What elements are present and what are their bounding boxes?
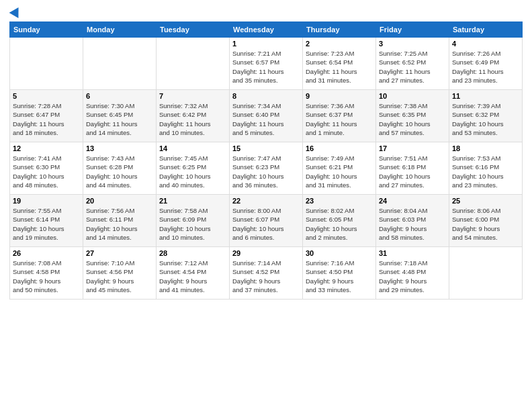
sunrise-label: Sunrise: 7:28 AM: [13, 102, 61, 109]
sunset-label: Sunset: 6:28 PM: [86, 163, 133, 171]
daylight-label: Daylight: 10 hours: [159, 173, 211, 180]
header-row: Sunday Monday Tuesday Wednesday Thursday…: [10, 22, 523, 38]
sunrise-label: Sunrise: 7:45 AM: [159, 154, 208, 162]
day-info: Sunrise: 7:25 AM Sunset: 6:52 PM Dayligh…: [379, 49, 446, 85]
sunset-label: Sunset: 6:47 PM: [13, 111, 60, 118]
sunrise-label: Sunrise: 7:34 AM: [232, 102, 281, 109]
table-row: 15 Sunrise: 7:47 AM Sunset: 6:23 PM Dayl…: [230, 142, 303, 195]
day-info: Sunrise: 7:21 AM Sunset: 6:57 PM Dayligh…: [232, 49, 300, 85]
day-info: Sunrise: 7:12 AM Sunset: 4:54 PM Dayligh…: [159, 259, 226, 294]
sunset-label: Sunset: 6:25 PM: [159, 163, 206, 171]
col-wednesday: Wednesday: [230, 22, 303, 38]
table-row: 24 Sunrise: 8:04 AM Sunset: 6:03 PM Dayl…: [376, 195, 449, 247]
daylight-cont: and 10 minutes.: [159, 129, 205, 136]
table-row: 4 Sunrise: 7:26 AM Sunset: 6:49 PM Dayli…: [449, 38, 523, 90]
table-row: 27 Sunrise: 7:10 AM Sunset: 4:56 PM Dayl…: [83, 247, 157, 300]
day-number: 21: [159, 197, 226, 205]
table-row: 8 Sunrise: 7:34 AM Sunset: 6:40 PM Dayli…: [230, 90, 303, 142]
day-info: Sunrise: 7:56 AM Sunset: 6:11 PM Dayligh…: [86, 206, 153, 242]
day-info: Sunrise: 7:45 AM Sunset: 6:25 PM Dayligh…: [159, 154, 226, 189]
sunset-label: Sunset: 6:18 PM: [379, 163, 426, 171]
day-info: Sunrise: 7:23 AM Sunset: 6:54 PM Dayligh…: [306, 49, 373, 85]
daylight-cont: and 40 minutes.: [159, 181, 205, 189]
daylight-cont: and 18 minutes.: [13, 129, 58, 136]
daylight-label: Daylight: 9 hours: [379, 225, 427, 232]
day-number: 23: [306, 197, 373, 205]
day-info: Sunrise: 7:39 AM Sunset: 6:32 PM Dayligh…: [452, 101, 519, 137]
logo: [9, 7, 23, 16]
daylight-cont: and 19 minutes.: [13, 234, 58, 241]
week-row-1: 5 Sunrise: 7:28 AM Sunset: 6:47 PM Dayli…: [10, 90, 523, 142]
sunset-label: Sunset: 6:42 PM: [159, 111, 206, 118]
day-number: 2: [306, 40, 373, 48]
day-number: 27: [86, 249, 153, 257]
daylight-label: Daylight: 10 hours: [232, 225, 284, 232]
calendar: Sunday Monday Tuesday Wednesday Thursday…: [9, 21, 523, 300]
table-row: 22 Sunrise: 8:00 AM Sunset: 6:07 PM Dayl…: [230, 195, 303, 247]
daylight-cont: and 6 minutes.: [232, 234, 274, 241]
daylight-cont: and 29 minutes.: [379, 286, 425, 293]
sunrise-label: Sunrise: 7:10 AM: [86, 259, 134, 267]
sunset-label: Sunset: 6:37 PM: [306, 111, 353, 118]
sunrise-label: Sunrise: 7:41 AM: [13, 154, 61, 162]
daylight-cont: and 44 minutes.: [86, 181, 132, 189]
table-row: 13 Sunrise: 7:43 AM Sunset: 6:28 PM Dayl…: [83, 142, 157, 195]
table-row: 25 Sunrise: 8:06 AM Sunset: 6:00 PM Dayl…: [449, 195, 523, 247]
sunrise-label: Sunrise: 8:00 AM: [232, 207, 281, 214]
table-row: 28 Sunrise: 7:12 AM Sunset: 4:54 PM Dayl…: [157, 247, 230, 300]
day-number: 20: [86, 197, 153, 205]
day-number: 18: [452, 144, 519, 152]
table-row: 26 Sunrise: 7:08 AM Sunset: 4:58 PM Dayl…: [10, 247, 83, 300]
daylight-label: Daylight: 10 hours: [13, 225, 64, 232]
daylight-label: Daylight: 11 hours: [86, 120, 138, 128]
daylight-cont: and 14 minutes.: [86, 129, 132, 136]
day-info: Sunrise: 8:02 AM Sunset: 6:05 PM Dayligh…: [306, 206, 373, 242]
sunrise-label: Sunrise: 7:16 AM: [306, 259, 354, 267]
sunset-label: Sunset: 6:03 PM: [379, 216, 426, 223]
day-number: 28: [159, 249, 226, 257]
sunset-label: Sunset: 4:56 PM: [86, 268, 133, 275]
day-info: Sunrise: 7:26 AM Sunset: 6:49 PM Dayligh…: [452, 49, 519, 85]
sunset-label: Sunset: 6:14 PM: [13, 216, 60, 223]
sunset-label: Sunset: 6:57 PM: [232, 58, 279, 66]
week-row-4: 26 Sunrise: 7:08 AM Sunset: 4:58 PM Dayl…: [10, 247, 523, 300]
col-sunday: Sunday: [10, 22, 83, 38]
sunset-label: Sunset: 6:16 PM: [452, 163, 499, 171]
day-info: Sunrise: 7:16 AM Sunset: 4:50 PM Dayligh…: [306, 259, 373, 294]
sunrise-label: Sunrise: 8:06 AM: [452, 207, 500, 214]
table-row: 11 Sunrise: 7:39 AM Sunset: 6:32 PM Dayl…: [449, 90, 523, 142]
day-info: Sunrise: 7:10 AM Sunset: 4:56 PM Dayligh…: [86, 259, 153, 294]
sunset-label: Sunset: 6:23 PM: [232, 163, 279, 171]
daylight-cont: and 5 minutes.: [232, 129, 274, 136]
col-monday: Monday: [83, 22, 157, 38]
daylight-cont: and 35 minutes.: [232, 77, 278, 84]
table-row: [83, 38, 157, 90]
daylight-label: Daylight: 9 hours: [232, 277, 280, 285]
day-info: Sunrise: 7:36 AM Sunset: 6:37 PM Dayligh…: [306, 101, 373, 137]
sunrise-label: Sunrise: 7:26 AM: [452, 50, 500, 57]
table-row: [157, 38, 230, 90]
day-info: Sunrise: 7:08 AM Sunset: 4:58 PM Dayligh…: [13, 259, 80, 294]
sunrise-label: Sunrise: 7:12 AM: [159, 259, 208, 267]
day-number: 8: [232, 92, 300, 100]
table-row: [10, 38, 83, 90]
day-info: Sunrise: 7:38 AM Sunset: 6:35 PM Dayligh…: [379, 101, 446, 137]
sunrise-label: Sunrise: 7:51 AM: [379, 154, 427, 162]
daylight-cont: and 58 minutes.: [379, 234, 425, 241]
sunrise-label: Sunrise: 7:25 AM: [379, 50, 427, 57]
sunrise-label: Sunrise: 8:02 AM: [306, 207, 354, 214]
day-number: 25: [452, 197, 519, 205]
day-number: 16: [306, 144, 373, 152]
day-number: 5: [13, 92, 80, 100]
day-number: 29: [232, 249, 300, 257]
table-row: 23 Sunrise: 8:02 AM Sunset: 6:05 PM Dayl…: [303, 195, 376, 247]
sunset-label: Sunset: 6:49 PM: [452, 58, 499, 66]
daylight-label: Daylight: 9 hours: [306, 277, 353, 285]
day-info: Sunrise: 7:41 AM Sunset: 6:30 PM Dayligh…: [13, 154, 80, 189]
sunset-label: Sunset: 6:54 PM: [306, 58, 353, 66]
day-info: Sunrise: 7:34 AM Sunset: 6:40 PM Dayligh…: [232, 101, 300, 137]
day-info: Sunrise: 7:14 AM Sunset: 4:52 PM Dayligh…: [232, 259, 300, 294]
sunrise-label: Sunrise: 7:39 AM: [452, 102, 500, 109]
day-info: Sunrise: 7:18 AM Sunset: 4:48 PM Dayligh…: [379, 259, 446, 294]
sunset-label: Sunset: 6:09 PM: [159, 216, 206, 223]
